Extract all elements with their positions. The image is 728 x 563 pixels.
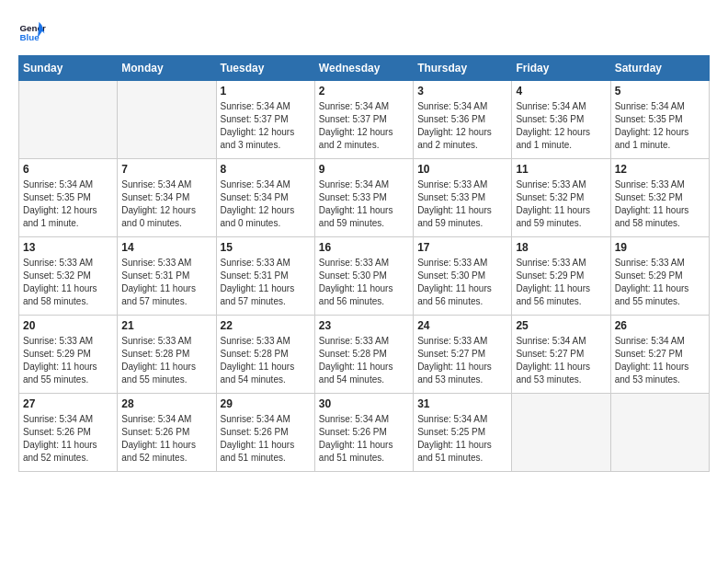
calendar-cell: 6Sunrise: 5:34 AM Sunset: 5:35 PM Daylig… <box>19 159 118 237</box>
day-info: Sunrise: 5:33 AM Sunset: 5:30 PM Dayligh… <box>417 257 507 308</box>
calendar-cell: 28Sunrise: 5:34 AM Sunset: 5:26 PM Dayli… <box>118 394 216 472</box>
day-info: Sunrise: 5:34 AM Sunset: 5:26 PM Dayligh… <box>319 413 409 465</box>
day-number: 30 <box>319 397 409 410</box>
day-number: 11 <box>516 163 606 176</box>
calendar-cell: 5Sunrise: 5:34 AM Sunset: 5:35 PM Daylig… <box>610 81 709 159</box>
day-number: 5 <box>615 85 705 98</box>
day-info: Sunrise: 5:33 AM Sunset: 5:28 PM Dayligh… <box>121 335 211 386</box>
calendar-cell: 10Sunrise: 5:33 AM Sunset: 5:33 PM Dayli… <box>414 159 512 237</box>
day-info: Sunrise: 5:34 AM Sunset: 5:36 PM Dayligh… <box>516 100 606 152</box>
day-info: Sunrise: 5:33 AM Sunset: 5:27 PM Dayligh… <box>417 335 507 386</box>
day-number: 20 <box>23 319 113 332</box>
day-number: 14 <box>121 241 211 254</box>
calendar-cell: 3Sunrise: 5:34 AM Sunset: 5:36 PM Daylig… <box>414 81 512 159</box>
calendar-cell: 17Sunrise: 5:33 AM Sunset: 5:30 PM Dayli… <box>414 237 512 316</box>
day-info: Sunrise: 5:34 AM Sunset: 5:26 PM Dayligh… <box>121 413 211 465</box>
calendar-week-3: 13Sunrise: 5:33 AM Sunset: 5:32 PM Dayli… <box>19 237 710 316</box>
day-number: 3 <box>417 85 507 98</box>
calendar-cell <box>512 394 610 472</box>
calendar-cell: 24Sunrise: 5:33 AM Sunset: 5:27 PM Dayli… <box>414 316 512 394</box>
day-info: Sunrise: 5:34 AM Sunset: 5:33 PM Dayligh… <box>319 178 409 230</box>
calendar-week-4: 20Sunrise: 5:33 AM Sunset: 5:29 PM Dayli… <box>19 316 710 394</box>
calendar-cell: 2Sunrise: 5:34 AM Sunset: 5:37 PM Daylig… <box>314 81 413 159</box>
calendar-cell: 31Sunrise: 5:34 AM Sunset: 5:25 PM Dayli… <box>414 394 512 472</box>
day-info: Sunrise: 5:34 AM Sunset: 5:26 PM Dayligh… <box>23 413 113 465</box>
calendar-cell: 22Sunrise: 5:33 AM Sunset: 5:28 PM Dayli… <box>216 316 314 394</box>
day-info: Sunrise: 5:34 AM Sunset: 5:25 PM Dayligh… <box>417 413 507 465</box>
calendar-cell: 7Sunrise: 5:34 AM Sunset: 5:34 PM Daylig… <box>118 159 216 237</box>
calendar-week-2: 6Sunrise: 5:34 AM Sunset: 5:35 PM Daylig… <box>19 159 710 237</box>
day-number: 31 <box>417 397 507 410</box>
calendar-cell: 18Sunrise: 5:33 AM Sunset: 5:29 PM Dayli… <box>512 237 610 316</box>
calendar-cell: 1Sunrise: 5:34 AM Sunset: 5:37 PM Daylig… <box>216 81 314 159</box>
logo: General Blue <box>18 18 50 46</box>
calendar-cell: 27Sunrise: 5:34 AM Sunset: 5:26 PM Dayli… <box>19 394 118 472</box>
day-info: Sunrise: 5:33 AM Sunset: 5:31 PM Dayligh… <box>121 257 211 308</box>
day-number: 26 <box>615 319 705 332</box>
calendar-cell: 29Sunrise: 5:34 AM Sunset: 5:26 PM Dayli… <box>216 394 314 472</box>
day-info: Sunrise: 5:34 AM Sunset: 5:35 PM Dayligh… <box>615 100 705 152</box>
calendar-cell: 25Sunrise: 5:34 AM Sunset: 5:27 PM Dayli… <box>512 316 610 394</box>
calendar-cell: 15Sunrise: 5:33 AM Sunset: 5:31 PM Dayli… <box>216 237 314 316</box>
calendar-cell: 30Sunrise: 5:34 AM Sunset: 5:26 PM Dayli… <box>314 394 413 472</box>
day-number: 12 <box>615 163 705 176</box>
day-number: 17 <box>417 241 507 254</box>
calendar-cell: 13Sunrise: 5:33 AM Sunset: 5:32 PM Dayli… <box>19 237 118 316</box>
day-number: 7 <box>121 163 211 176</box>
day-info: Sunrise: 5:34 AM Sunset: 5:36 PM Dayligh… <box>417 100 507 152</box>
day-info: Sunrise: 5:33 AM Sunset: 5:28 PM Dayligh… <box>221 335 311 386</box>
day-number: 28 <box>121 397 211 410</box>
calendar-cell: 12Sunrise: 5:33 AM Sunset: 5:32 PM Dayli… <box>610 159 709 237</box>
day-info: Sunrise: 5:33 AM Sunset: 5:29 PM Dayligh… <box>516 257 606 308</box>
calendar-week-1: 1Sunrise: 5:34 AM Sunset: 5:37 PM Daylig… <box>19 81 710 159</box>
weekday-header-sunday: Sunday <box>19 56 118 81</box>
calendar-cell: 4Sunrise: 5:34 AM Sunset: 5:36 PM Daylig… <box>512 81 610 159</box>
day-info: Sunrise: 5:34 AM Sunset: 5:35 PM Dayligh… <box>23 178 113 230</box>
calendar-cell: 26Sunrise: 5:34 AM Sunset: 5:27 PM Dayli… <box>610 316 709 394</box>
calendar-table: SundayMondayTuesdayWednesdayThursdayFrid… <box>18 55 710 472</box>
day-info: Sunrise: 5:33 AM Sunset: 5:28 PM Dayligh… <box>319 335 409 386</box>
calendar-cell: 14Sunrise: 5:33 AM Sunset: 5:31 PM Dayli… <box>118 237 216 316</box>
day-number: 10 <box>417 163 507 176</box>
day-info: Sunrise: 5:34 AM Sunset: 5:27 PM Dayligh… <box>516 335 606 386</box>
day-number: 21 <box>121 319 211 332</box>
calendar-cell <box>610 394 709 472</box>
day-info: Sunrise: 5:33 AM Sunset: 5:32 PM Dayligh… <box>516 178 606 230</box>
day-number: 8 <box>221 163 311 176</box>
day-info: Sunrise: 5:34 AM Sunset: 5:37 PM Dayligh… <box>221 100 311 152</box>
day-number: 15 <box>221 241 311 254</box>
page-header: General Blue <box>18 18 710 46</box>
weekday-header-thursday: Thursday <box>414 56 512 81</box>
calendar-cell: 8Sunrise: 5:34 AM Sunset: 5:34 PM Daylig… <box>216 159 314 237</box>
day-info: Sunrise: 5:34 AM Sunset: 5:34 PM Dayligh… <box>121 178 211 230</box>
weekday-header-tuesday: Tuesday <box>216 56 314 81</box>
day-info: Sunrise: 5:33 AM Sunset: 5:29 PM Dayligh… <box>615 257 705 308</box>
day-info: Sunrise: 5:33 AM Sunset: 5:33 PM Dayligh… <box>417 178 507 230</box>
day-number: 25 <box>516 319 606 332</box>
weekday-header-saturday: Saturday <box>610 56 709 81</box>
day-number: 2 <box>319 85 409 98</box>
day-number: 24 <box>417 319 507 332</box>
day-number: 23 <box>319 319 409 332</box>
svg-text:Blue: Blue <box>20 32 40 42</box>
day-number: 29 <box>221 397 311 410</box>
day-number: 16 <box>319 241 409 254</box>
day-info: Sunrise: 5:33 AM Sunset: 5:32 PM Dayligh… <box>615 178 705 230</box>
logo-icon: General Blue <box>18 18 46 46</box>
day-number: 27 <box>23 397 113 410</box>
day-info: Sunrise: 5:34 AM Sunset: 5:34 PM Dayligh… <box>221 178 311 230</box>
day-number: 19 <box>615 241 705 254</box>
weekday-header-wednesday: Wednesday <box>314 56 413 81</box>
day-number: 13 <box>23 241 113 254</box>
day-number: 6 <box>23 163 113 176</box>
calendar-cell: 16Sunrise: 5:33 AM Sunset: 5:30 PM Dayli… <box>314 237 413 316</box>
day-info: Sunrise: 5:34 AM Sunset: 5:27 PM Dayligh… <box>615 335 705 386</box>
day-number: 1 <box>221 85 311 98</box>
calendar-cell <box>19 81 118 159</box>
day-number: 18 <box>516 241 606 254</box>
day-info: Sunrise: 5:33 AM Sunset: 5:29 PM Dayligh… <box>23 335 113 386</box>
calendar-cell: 19Sunrise: 5:33 AM Sunset: 5:29 PM Dayli… <box>610 237 709 316</box>
day-info: Sunrise: 5:33 AM Sunset: 5:31 PM Dayligh… <box>221 257 311 308</box>
calendar-cell <box>118 81 216 159</box>
day-number: 22 <box>221 319 311 332</box>
